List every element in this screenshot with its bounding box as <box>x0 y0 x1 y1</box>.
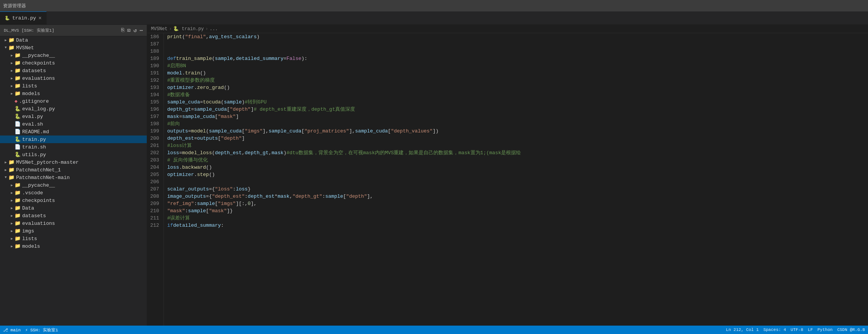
tree-item-patchmatch1[interactable]: ▶ 📁 PatchmatchNet_1 <box>0 166 147 174</box>
tree-item-label: eval_log.py <box>22 106 55 112</box>
tree-item-mvs-net[interactable]: ▼ 📁 MVSNet <box>0 44 147 52</box>
tree-item-pm-lists[interactable]: ▶ 📁 lists <box>0 235 147 242</box>
tree-item-label: checkpoints <box>22 198 55 203</box>
tree-item-evaluations[interactable]: ▶ 📁 evaluations <box>0 74 147 82</box>
code-lines[interactable]: print("final", avg_test_scalars) def tra… <box>164 33 868 326</box>
git-branch-status[interactable]: ⎇ main <box>3 328 21 332</box>
tree-item-label: MVSNet_pytorch-master <box>16 160 79 165</box>
tab-close-button[interactable]: × <box>38 15 41 21</box>
line-number-202: 202 <box>150 149 159 157</box>
tree-item-patchmatch-main[interactable]: ▼ 📁 PatchmatchNet-main <box>0 174 147 181</box>
tree-item-label: evaluations <box>22 76 55 81</box>
breadcrumb-item-0[interactable]: MVSNet <box>151 26 167 32</box>
tree-item-pm-datasets[interactable]: ▶ 📁 datasets <box>0 212 147 219</box>
line-number-207: 207 <box>150 186 159 193</box>
line-number-195: 195 <box>150 98 159 106</box>
breadcrumb-sep-0: › <box>169 26 172 32</box>
tab-bar: 🐍 train.py × <box>0 11 868 25</box>
tree-item-readme[interactable]: 📄 README.md <box>0 128 147 136</box>
tree-item-label: eval.sh <box>22 121 43 127</box>
tree-item-eval-sh[interactable]: 📄 eval.sh <box>0 120 147 128</box>
line-number-196: 196 <box>150 106 159 113</box>
code-line-189: def train_sample(sample, detailed_summar… <box>167 55 865 62</box>
title-bar: 资源管理器 <box>0 0 868 11</box>
breadcrumb-item-1[interactable]: 🐍 train.py <box>173 26 204 32</box>
tree-item-label: train.py <box>22 137 46 142</box>
code-line-195: sample_cuda = tocuda(sample) #转到GPU <box>167 98 865 106</box>
tree-item-label: models <box>22 91 40 97</box>
line-number-194: 194 <box>150 91 159 98</box>
new-folder-button[interactable]: ⊡ <box>127 27 130 34</box>
tree-item-pycache[interactable]: ▶ 📁 __pycache__ <box>0 52 147 59</box>
tree-item-train-py[interactable]: 🐍 train.py <box>0 136 147 143</box>
code-line-193: optimizer.zero_grad() <box>167 84 865 91</box>
tree-item-label: train.sh <box>22 144 46 150</box>
code-line-209: "ref_img": sample["imgs"][:, 0], <box>167 200 865 207</box>
tree-item-pm-evaluations[interactable]: ▶ 📁 evaluations <box>0 219 147 227</box>
code-line-205: optimizer.step() <box>167 171 865 178</box>
tree-item-gitignore[interactable]: ◆ .gitignore <box>0 97 147 105</box>
code-line-192: #重置模型参数的梯度 <box>167 77 865 84</box>
tree-item-label: PatchmatchNet_1 <box>16 167 61 173</box>
tree-item-mvs-pytorch[interactable]: ▶ 📁 MVSNet_pytorch-master <box>0 158 147 166</box>
tree-item-label: .vscode <box>22 190 43 196</box>
language-mode[interactable]: Python <box>818 328 833 332</box>
code-line-191: model.train() <box>167 69 865 77</box>
tree-item-pm-checkpoints[interactable]: ▶ 📁 checkpoints <box>0 197 147 204</box>
tree-item-pm-data[interactable]: ▶ 📁 Data <box>0 204 147 212</box>
tab-file-icon: 🐍 <box>5 16 10 21</box>
tree-item-label: eval.py <box>22 114 43 119</box>
tree-item-pm-models[interactable]: ▶ 📁 models <box>0 242 147 250</box>
line-ending-status: LF <box>808 328 813 332</box>
tree-item-pm-imgs[interactable]: ▶ 📁 imgs <box>0 227 147 235</box>
main-area: DL_MVS [SSH: 实验室1] ⎘ ⊡ ↺ ⋯ ▶ 📁 Data ▼ 📁 … <box>0 25 868 326</box>
watermark-text: CSDN @R.G.B <box>837 328 865 332</box>
tree-item-pm-vscode[interactable]: ▶ 📁 .vscode <box>0 189 147 197</box>
more-actions-button[interactable]: ⋯ <box>140 27 143 34</box>
tree-item-label: lists <box>22 83 37 89</box>
tree-item-label: imgs <box>22 228 34 234</box>
tab-train-py[interactable]: 🐍 train.py × <box>0 11 47 24</box>
tree-item-data-root[interactable]: ▶ 📁 Data <box>0 36 147 44</box>
refresh-button[interactable]: ↺ <box>133 27 136 34</box>
line-number-212: 212 <box>150 222 159 229</box>
code-line-211: #误差计算 <box>167 215 865 222</box>
tree-item-label: datasets <box>22 213 46 219</box>
encoding-status: UTF-8 <box>791 328 803 332</box>
tree-item-label: PatchmatchNet-main <box>16 175 70 181</box>
tree-item-label: datasets <box>22 68 46 74</box>
new-file-button[interactable]: ⎘ <box>121 27 124 34</box>
code-line-210: "mask": sample["mask"]} <box>167 207 865 215</box>
file-tree[interactable]: ▶ 📁 Data ▼ 📁 MVSNet ▶ 📁 __pycache__ ▶ 📁 … <box>0 36 147 326</box>
cursor-position: Ln 212, Col 1 <box>726 328 759 332</box>
code-line-208: image_outputs = {"depth_est": depth_est … <box>167 193 865 200</box>
line-number-210: 210 <box>150 207 159 215</box>
line-number-191: 191 <box>150 69 159 77</box>
tree-item-eval-py[interactable]: 🐍 eval.py <box>0 113 147 120</box>
tree-item-utils-py[interactable]: 🐍 utils.py <box>0 151 147 158</box>
editor-content: 1861871881891901911921931941951961971981… <box>147 33 868 326</box>
breadcrumb-item-2[interactable]: ... <box>209 26 218 32</box>
tree-item-checkpoints[interactable]: ▶ 📁 checkpoints <box>0 59 147 67</box>
breadcrumb: MVSNet › 🐍 train.py › ... <box>147 25 868 33</box>
tree-item-datasets[interactable]: ▶ 📁 datasets <box>0 67 147 74</box>
tree-item-label: .gitignore <box>19 98 49 104</box>
status-bar: ⎇ main ⚡ SSH: 实验室1 Ln 212, Col 1 Spaces:… <box>0 326 868 334</box>
line-number-199: 199 <box>150 127 159 135</box>
tree-item-models[interactable]: ▶ 📁 models <box>0 90 147 97</box>
breadcrumb-sep-1: › <box>205 26 208 32</box>
tree-item-label: Data <box>16 37 28 43</box>
tree-item-lists[interactable]: ▶ 📁 lists <box>0 82 147 90</box>
code-line-196: depth_gt = sample_cuda["depth"] # depth_… <box>167 106 865 113</box>
sidebar-header: DL_MVS [SSH: 实验室1] ⎘ ⊡ ↺ ⋯ <box>0 25 147 36</box>
tree-item-label: utils.py <box>22 152 46 158</box>
tree-item-train-sh[interactable]: 📄 train.sh <box>0 143 147 151</box>
tree-item-pm-pycache[interactable]: ▶ 📁 __pycache__ <box>0 181 147 189</box>
tree-item-label: __pycache__ <box>22 53 55 58</box>
line-numbers: 1861871881891901911921931941951961971981… <box>147 33 164 326</box>
tree-item-eval-log[interactable]: 🐍 eval_log.py <box>0 105 147 113</box>
line-number-186: 186 <box>150 33 159 40</box>
remote-connection-status[interactable]: ⚡ SSH: 实验室1 <box>25 327 58 333</box>
code-line-200: depth_est = outputs["depth"] <box>167 135 865 142</box>
code-line-207: scalar_outputs = {"loss": loss} <box>167 186 865 193</box>
